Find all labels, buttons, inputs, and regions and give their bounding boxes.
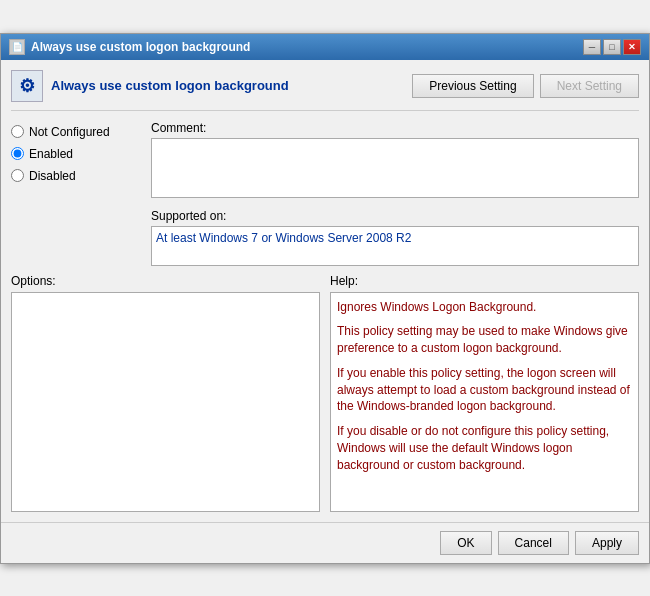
close-button[interactable]: ✕	[623, 39, 641, 55]
not-configured-label: Not Configured	[29, 125, 110, 139]
maximize-button[interactable]: □	[603, 39, 621, 55]
footer: OK Cancel Apply	[1, 522, 649, 563]
ok-button[interactable]: OK	[440, 531, 491, 555]
options-help-section: Options: Help: Ignores Windows Logon Bac…	[11, 274, 639, 512]
left-panel: Not Configured Enabled Disabled	[11, 121, 141, 266]
main-body: Not Configured Enabled Disabled Comment:	[11, 121, 639, 266]
enabled-radio[interactable]	[11, 147, 24, 160]
help-paragraph-3: If you enable this policy setting, the l…	[337, 365, 632, 415]
window-title: Always use custom logon background	[31, 40, 250, 54]
previous-setting-button[interactable]: Previous Setting	[412, 74, 533, 98]
help-label: Help:	[330, 274, 639, 288]
right-panel: Comment: Supported on: At least Windows …	[151, 121, 639, 266]
minimize-button[interactable]: ─	[583, 39, 601, 55]
apply-button[interactable]: Apply	[575, 531, 639, 555]
help-box: Ignores Windows Logon Background. This p…	[330, 292, 639, 512]
disabled-label: Disabled	[29, 169, 76, 183]
supported-section: Supported on: At least Windows 7 or Wind…	[151, 209, 639, 266]
enabled-label: Enabled	[29, 147, 73, 161]
help-panel: Help: Ignores Windows Logon Background. …	[330, 274, 639, 512]
header-title-text: Always use custom logon background	[51, 78, 289, 93]
dialog-content: ⚙ Always use custom logon background Pre…	[1, 60, 649, 522]
help-paragraph-2: This policy setting may be used to make …	[337, 323, 632, 357]
help-paragraph-4: If you disable or do not configure this …	[337, 423, 632, 473]
dialog-window: 📄 Always use custom logon background ─ □…	[0, 33, 650, 564]
comment-input[interactable]	[151, 138, 639, 198]
help-paragraph-1: Ignores Windows Logon Background.	[337, 299, 632, 316]
header-buttons: Previous Setting Next Setting	[412, 74, 639, 98]
disabled-option[interactable]: Disabled	[11, 169, 141, 183]
comment-label: Comment:	[151, 121, 639, 135]
window-icon: 📄	[9, 39, 25, 55]
title-bar-left: 📄 Always use custom logon background	[9, 39, 250, 55]
enabled-option[interactable]: Enabled	[11, 147, 141, 161]
next-setting-button[interactable]: Next Setting	[540, 74, 639, 98]
supported-value: At least Windows 7 or Windows Server 200…	[156, 231, 411, 245]
not-configured-option[interactable]: Not Configured	[11, 125, 141, 139]
header-section: ⚙ Always use custom logon background Pre…	[11, 70, 639, 111]
cancel-button[interactable]: Cancel	[498, 531, 569, 555]
supported-label: Supported on:	[151, 209, 639, 223]
disabled-radio[interactable]	[11, 169, 24, 182]
policy-icon: ⚙	[11, 70, 43, 102]
options-label: Options:	[11, 274, 320, 288]
not-configured-radio[interactable]	[11, 125, 24, 138]
options-panel: Options:	[11, 274, 320, 512]
title-bar: 📄 Always use custom logon background ─ □…	[1, 34, 649, 60]
radio-group: Not Configured Enabled Disabled	[11, 125, 141, 183]
supported-box: At least Windows 7 or Windows Server 200…	[151, 226, 639, 266]
title-bar-controls: ─ □ ✕	[583, 39, 641, 55]
header-title-area: ⚙ Always use custom logon background	[11, 70, 289, 102]
comment-section: Comment:	[151, 121, 639, 201]
options-box	[11, 292, 320, 512]
